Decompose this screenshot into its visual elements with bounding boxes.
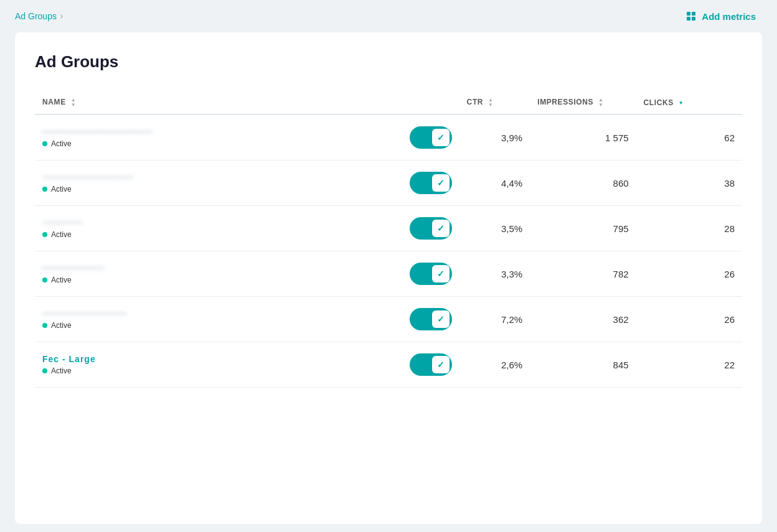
col-ctr-header[interactable]: CTR ▲ ▼ xyxy=(459,91,530,114)
table-header-row: NAME ▲ ▼ CTR ▲ ▼ IMPRESSIONS xyxy=(35,91,742,114)
name-cell: •••••••••••••••••••••••••Active✓ xyxy=(35,161,459,206)
toggle-thumb: ✓ xyxy=(432,174,450,192)
svg-rect-0 xyxy=(687,12,690,16)
clicks-value: 26 xyxy=(636,297,742,342)
toggle-track: ✓ xyxy=(410,263,452,285)
check-icon: ✓ xyxy=(437,133,445,142)
name-sort-icon: ▲ ▼ xyxy=(71,98,77,108)
status-badge: Active xyxy=(42,185,400,194)
toggle-thumb: ✓ xyxy=(432,356,450,373)
status-dot-icon xyxy=(42,368,47,373)
toggle-switch[interactable]: ✓ xyxy=(410,263,452,285)
col-name-header[interactable]: NAME ▲ ▼ xyxy=(35,91,459,114)
clicks-value: 38 xyxy=(636,161,742,206)
check-icon: ✓ xyxy=(437,223,445,233)
clicks-value: 22 xyxy=(636,342,742,388)
name-cell: •••••••••••••••••Active✓ xyxy=(35,251,459,297)
impressions-value: 1 575 xyxy=(530,114,636,161)
status-dot-icon xyxy=(42,187,47,192)
status-label: Active xyxy=(51,185,72,194)
impressions-value: 782 xyxy=(530,251,636,297)
toggle-track: ✓ xyxy=(410,126,452,149)
toggle-switch[interactable]: ✓ xyxy=(410,308,452,330)
svg-rect-1 xyxy=(692,12,695,16)
toggle-thumb: ✓ xyxy=(432,129,450,146)
ctr-value: 4,4% xyxy=(459,161,530,206)
check-icon: ✓ xyxy=(437,269,445,279)
check-icon: ✓ xyxy=(437,314,445,324)
ctr-value: 3,5% xyxy=(459,206,530,251)
toggle-thumb: ✓ xyxy=(432,310,450,328)
svg-rect-2 xyxy=(687,17,690,21)
toggle-switch[interactable]: ✓ xyxy=(410,353,452,376)
page-title: Ad Groups xyxy=(35,52,742,72)
toggle-track: ✓ xyxy=(410,172,452,194)
toggle-thumb: ✓ xyxy=(432,220,450,237)
status-badge: Active xyxy=(42,321,400,330)
status-dot-icon xyxy=(42,278,47,282)
status-badge: Active xyxy=(42,366,400,375)
top-bar: Ad Groups › Add metrics xyxy=(0,0,777,32)
status-dot-icon xyxy=(42,232,47,237)
status-label: Active xyxy=(51,366,72,375)
status-dot-icon xyxy=(42,141,47,146)
clicks-sort-icon: ▼ xyxy=(679,101,684,106)
toggle-track: ✓ xyxy=(410,353,452,376)
toggle-track: ✓ xyxy=(410,308,452,330)
ctr-value: 3,3% xyxy=(459,251,530,297)
status-label: Active xyxy=(51,139,72,148)
main-card: Ad Groups NAME ▲ ▼ CTR ▲ ▼ xyxy=(15,32,762,524)
clicks-value: 26 xyxy=(636,251,742,297)
breadcrumb-separator: › xyxy=(60,12,63,21)
name-cell: ••••••••••••••••••••••••••••••Active✓ xyxy=(35,114,459,161)
col-clicks-header[interactable]: CLICKS ▼ xyxy=(636,91,742,114)
impressions-value: 362 xyxy=(530,297,636,342)
ad-group-name[interactable]: Fec - Large xyxy=(42,354,400,364)
table-row: •••••••••••••••••Active✓3,3%78226 xyxy=(35,251,742,297)
toggle-thumb: ✓ xyxy=(432,265,450,282)
toggle-switch[interactable]: ✓ xyxy=(410,217,452,240)
name-cell: Fec - LargeActive✓ xyxy=(35,342,459,388)
ctr-value: 7,2% xyxy=(459,297,530,342)
impressions-value: 845 xyxy=(530,342,636,388)
ctr-value: 3,9% xyxy=(459,114,530,161)
clicks-value: 28 xyxy=(636,206,742,251)
table-row: •••••••••••••••••••••••Active✓7,2%36226 xyxy=(35,297,742,342)
ad-group-name[interactable]: •••••••••••••••••••••••••••••• xyxy=(42,127,400,137)
breadcrumb-label[interactable]: Ad Groups xyxy=(15,11,57,21)
add-metrics-button[interactable]: Add metrics xyxy=(679,7,762,26)
impressions-value: 795 xyxy=(530,206,636,251)
name-cell: •••••••••••Active✓ xyxy=(35,206,459,251)
grid-icon xyxy=(685,11,697,22)
toggle-track: ✓ xyxy=(410,217,452,240)
status-badge: Active xyxy=(42,139,400,148)
impressions-value: 860 xyxy=(530,161,636,206)
breadcrumb: Ad Groups › xyxy=(15,11,63,21)
status-label: Active xyxy=(51,230,72,239)
status-label: Active xyxy=(51,276,72,284)
impressions-sort-icon: ▲ ▼ xyxy=(598,98,604,108)
ad-group-name[interactable]: ••••••••••••••••••••••••• xyxy=(42,172,400,182)
ad-group-name[interactable]: ••••••••••••••••• xyxy=(42,263,400,273)
status-badge: Active xyxy=(42,276,400,284)
ad-group-name[interactable]: ••••••••••• xyxy=(42,218,400,228)
add-metrics-label: Add metrics xyxy=(702,11,756,22)
svg-rect-3 xyxy=(692,17,695,21)
table-row: ••••••••••••••••••••••••••••••Active✓3,9… xyxy=(35,114,742,161)
ctr-sort-icon: ▲ ▼ xyxy=(488,98,494,108)
clicks-value: 62 xyxy=(636,114,742,161)
ctr-value: 2,6% xyxy=(459,342,530,388)
ad-groups-table: NAME ▲ ▼ CTR ▲ ▼ IMPRESSIONS xyxy=(35,91,742,388)
check-icon: ✓ xyxy=(437,360,445,370)
toggle-switch[interactable]: ✓ xyxy=(410,172,452,194)
toggle-switch[interactable]: ✓ xyxy=(410,126,452,149)
table-row: •••••••••••Active✓3,5%79528 xyxy=(35,206,742,251)
status-dot-icon xyxy=(42,323,47,328)
status-label: Active xyxy=(51,321,72,330)
table-row: Fec - LargeActive✓2,6%84522 xyxy=(35,342,742,388)
ad-group-name[interactable]: ••••••••••••••••••••••• xyxy=(42,309,400,319)
name-cell: •••••••••••••••••••••••Active✓ xyxy=(35,297,459,342)
table-row: •••••••••••••••••••••••••Active✓4,4%8603… xyxy=(35,161,742,206)
check-icon: ✓ xyxy=(437,178,445,188)
col-impressions-header[interactable]: IMPRESSIONS ▲ ▼ xyxy=(530,91,636,114)
